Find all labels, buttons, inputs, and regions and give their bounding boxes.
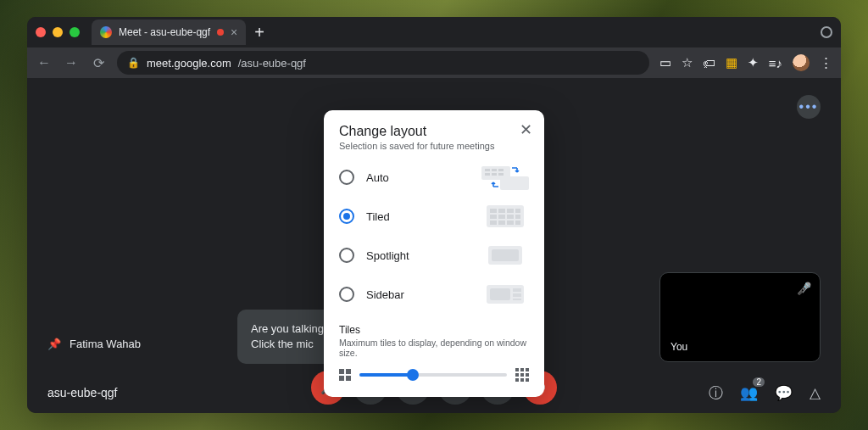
toolbar: ← → ⟳ 🔒 meet.google.com/asu-eube-qgf ▭ ☆… [27, 47, 841, 78]
pinned-participant: 📌 Fatima Wahab [47, 338, 141, 350]
tiles-heading: Tiles [339, 324, 529, 336]
browser-tab[interactable]: Meet - asu-eube-qgf × [92, 20, 246, 45]
participant-count: 2 [753, 377, 765, 387]
cast-icon[interactable]: ▭ [659, 55, 671, 70]
more-options-button[interactable]: ••• [797, 95, 821, 119]
tag-icon[interactable]: 🏷 [703, 56, 715, 70]
svg-rect-5 [492, 173, 497, 176]
sidebar-thumb-icon [481, 282, 529, 307]
svg-rect-9 [490, 209, 497, 213]
profile-avatar[interactable] [793, 54, 810, 71]
mic-off-icon: 🎤̸ [797, 282, 811, 295]
svg-rect-26 [513, 293, 521, 297]
svg-rect-6 [498, 173, 504, 176]
tiles-section: Tiles Maximum tiles to display, dependin… [339, 324, 529, 382]
tiles-desc: Maximum tiles to display, depending on w… [339, 338, 529, 358]
pinned-name: Fatima Wahab [70, 338, 141, 350]
svg-rect-14 [498, 215, 505, 219]
chat-icon[interactable]: 💬 [775, 384, 793, 402]
url-host: meet.google.com [147, 57, 231, 70]
box-icon[interactable]: ▦ [726, 55, 737, 70]
lock-icon: 🔒 [127, 57, 140, 69]
tiles-slider-row [339, 368, 529, 382]
svg-rect-22 [492, 249, 519, 261]
radio-icon [339, 170, 354, 185]
svg-rect-12 [515, 209, 520, 213]
grid-small-icon [339, 369, 351, 381]
svg-rect-27 [513, 299, 521, 300]
grid-large-icon [515, 368, 529, 382]
svg-rect-1 [485, 169, 490, 171]
meet-content: ••• 📌 Fatima Wahab asu-eube-qgf Are you … [27, 78, 841, 413]
svg-rect-4 [485, 173, 490, 176]
window-menu-icon[interactable] [821, 26, 832, 38]
forward-icon[interactable]: → [63, 55, 80, 70]
url-path: /asu-eube-qgf [238, 57, 306, 70]
svg-rect-20 [515, 221, 520, 225]
layout-option-tiled[interactable]: Tiled [339, 204, 529, 229]
meet-favicon-icon [100, 26, 112, 38]
extensions-area: ▭ ☆ 🏷 ▦ ✦ ≡♪ ⋮ [659, 54, 832, 71]
svg-rect-24 [490, 288, 510, 300]
people-button[interactable]: 👥2 [740, 384, 758, 402]
layout-option-spotlight[interactable]: Spotlight [339, 243, 529, 268]
slider-thumb-icon[interactable] [407, 369, 419, 381]
svg-rect-15 [507, 215, 514, 219]
tiled-thumb-icon [481, 204, 529, 229]
bookmark-star-icon[interactable]: ☆ [682, 55, 693, 70]
svg-rect-10 [498, 209, 505, 213]
self-label: You [670, 341, 687, 353]
pin-icon: 📌 [47, 338, 61, 350]
svg-rect-19 [507, 221, 514, 225]
radio-icon [339, 248, 354, 263]
close-window-icon[interactable] [36, 27, 46, 37]
back-icon[interactable]: ← [36, 55, 53, 70]
puzzle-icon[interactable]: ✦ [748, 55, 759, 70]
reload-icon[interactable]: ⟳ [90, 55, 107, 71]
modal-title: Change layout [339, 124, 529, 139]
svg-rect-17 [490, 221, 497, 225]
browser-menu-icon[interactable]: ⋮ [820, 55, 832, 70]
option-label: Sidebar [366, 288, 470, 301]
svg-rect-25 [513, 288, 521, 292]
layout-option-sidebar[interactable]: Sidebar [339, 282, 529, 307]
layout-options: Auto Tiled [339, 165, 529, 307]
self-view-tile[interactable]: 🎤̸ You [659, 272, 821, 362]
meeting-code: asu-eube-qgf [47, 386, 118, 399]
svg-rect-3 [498, 169, 504, 171]
activities-icon[interactable]: △ [810, 384, 821, 402]
tiles-slider[interactable] [359, 373, 507, 377]
layout-option-auto[interactable]: Auto [339, 165, 529, 190]
close-tab-icon[interactable]: × [231, 26, 237, 38]
address-bar[interactable]: 🔒 meet.google.com/asu-eube-qgf [117, 51, 649, 75]
close-modal-button[interactable]: ✕ [520, 122, 532, 137]
auto-thumb-icon [481, 165, 529, 190]
spotlight-thumb-icon [481, 243, 529, 268]
info-icon[interactable]: ⓘ [709, 383, 723, 403]
browser-window: Meet - asu-eube-qgf × + ← → ⟳ 🔒 meet.goo… [27, 17, 841, 413]
option-label: Tiled [366, 210, 470, 223]
change-layout-modal: ✕ Change layout Selection is saved for f… [324, 110, 544, 397]
maximize-window-icon[interactable] [70, 27, 80, 37]
modal-subtitle: Selection is saved for future meetings [339, 141, 529, 151]
svg-rect-18 [498, 221, 505, 225]
recording-indicator-icon [217, 29, 224, 36]
option-label: Spotlight [366, 249, 470, 262]
tab-strip: Meet - asu-eube-qgf × + [27, 17, 841, 47]
svg-rect-7 [500, 176, 529, 190]
option-label: Auto [366, 171, 470, 184]
radio-icon [339, 287, 354, 302]
radio-icon [339, 209, 354, 224]
minimize-window-icon[interactable] [53, 27, 63, 37]
new-tab-button[interactable]: + [254, 24, 264, 41]
playlist-icon[interactable]: ≡♪ [769, 56, 782, 70]
tab-title: Meet - asu-eube-qgf [119, 26, 210, 38]
svg-rect-2 [492, 169, 497, 171]
window-controls [36, 27, 80, 37]
right-controls: ⓘ 👥2 💬 △ [709, 383, 821, 403]
svg-rect-11 [507, 209, 514, 213]
svg-rect-16 [515, 215, 520, 219]
svg-rect-13 [490, 215, 497, 219]
